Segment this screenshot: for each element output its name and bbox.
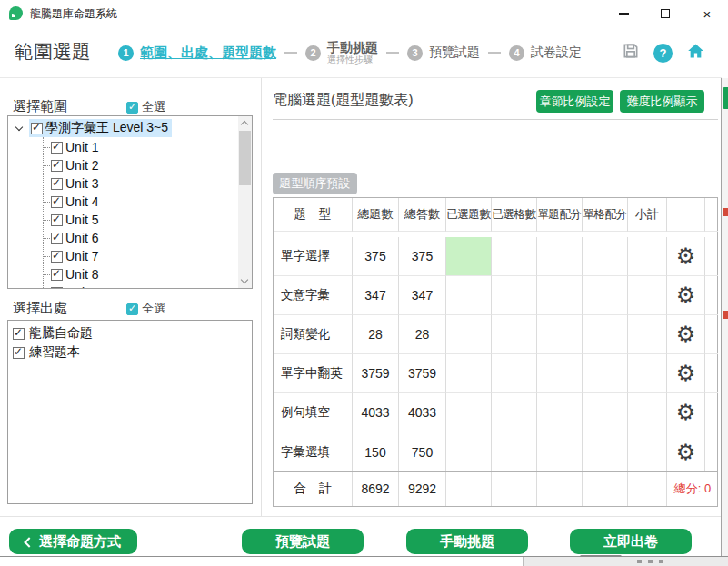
scroll-down-icon[interactable] [241, 276, 248, 283]
selected-cells-input[interactable] [492, 354, 537, 393]
close-button[interactable]: × [690, 0, 724, 27]
home-icon[interactable] [686, 42, 705, 64]
tree-root-label: 學測字彙王 Level 3~5 [45, 120, 168, 136]
tree-root-checkbox[interactable] [31, 123, 43, 134]
unit9-checkbox[interactable] [51, 287, 63, 290]
tree-item-unit4[interactable]: Unit 4 [8, 193, 99, 211]
settings-cell[interactable] [667, 432, 705, 472]
tree-item-unit2[interactable]: Unit 2 [8, 156, 99, 174]
chapter-ratio-button[interactable]: 章節比例設定 [536, 90, 613, 113]
generate-paper-button[interactable]: 立即出卷 [570, 529, 692, 554]
settings-cell[interactable] [667, 276, 705, 315]
source-select-all[interactable]: 全選 [126, 301, 165, 317]
score-per-question-input[interactable] [537, 432, 583, 472]
chevron-left-icon [24, 537, 34, 547]
selected-questions-input[interactable] [446, 315, 492, 354]
step-2-sublabel: 選擇性步驟 [327, 55, 378, 65]
end-cell [705, 432, 718, 472]
settings-cell[interactable] [667, 393, 705, 432]
tree-item-unit8[interactable]: Unit 8 [8, 265, 99, 283]
score-per-cell-input[interactable] [583, 432, 628, 472]
selected-questions-input[interactable] [446, 354, 492, 393]
score-per-cell-input[interactable] [583, 354, 628, 393]
selected-questions-input[interactable] [446, 432, 492, 472]
tree-item-unit1[interactable]: Unit 1 [8, 138, 99, 156]
tree-scrollbar[interactable] [238, 116, 252, 288]
step-2-circle[interactable]: 2 [305, 45, 321, 61]
save-icon[interactable] [622, 42, 640, 64]
tree-item-unit5[interactable]: Unit 5 [8, 211, 99, 229]
unit7-checkbox[interactable] [51, 251, 63, 263]
col-header-end [705, 198, 718, 232]
minimize-button[interactable] [606, 0, 641, 27]
step-3-circle[interactable]: 3 [407, 45, 423, 61]
gear-icon[interactable] [667, 432, 704, 472]
score-per-cell-input[interactable] [583, 237, 628, 276]
tree-root-row[interactable]: 學測字彙王 Level 3~5 [8, 119, 172, 137]
maximize-button[interactable] [648, 0, 683, 27]
back-to-method-button[interactable]: 選擇命題方式 [9, 529, 137, 554]
score-per-cell-input[interactable] [583, 393, 628, 432]
tree-root-selected[interactable]: 學測字彙王 Level 3~5 [29, 119, 172, 137]
selected-cells-input[interactable] [492, 393, 537, 432]
difficulty-ratio-button[interactable]: 難度比例顯示 [620, 90, 704, 113]
step-4-label[interactable]: 試卷設定 [531, 45, 582, 61]
unit8-checkbox[interactable] [51, 269, 63, 281]
gear-icon[interactable] [667, 354, 704, 392]
unit6-checkbox[interactable] [51, 233, 63, 244]
source-item-1[interactable]: 龍騰自命題 [8, 324, 93, 343]
source-list: 龍騰自命題 練習題本 [7, 320, 253, 504]
row-total-answers: 28 [399, 315, 446, 354]
tree-item-unit9[interactable]: Unit 9 [8, 283, 99, 289]
source-select-all-checkbox[interactable] [126, 303, 138, 315]
unit2-checkbox[interactable] [51, 160, 63, 172]
order-preset-button[interactable]: 題型順序預設 [273, 173, 357, 194]
gear-icon[interactable] [667, 393, 704, 432]
step-2[interactable]: 手動挑題 選擇性步驟 [327, 40, 378, 65]
gear-icon[interactable] [667, 315, 704, 353]
score-per-question-input[interactable] [537, 237, 583, 276]
selected-cells-input[interactable] [492, 237, 537, 276]
score-per-question-input[interactable] [537, 393, 583, 432]
score-per-cell-input[interactable] [583, 276, 628, 315]
source2-checkbox[interactable] [13, 347, 25, 359]
unit1-checkbox[interactable] [51, 142, 63, 154]
selected-cells-input[interactable] [492, 276, 537, 315]
selected-cells-input[interactable] [492, 315, 537, 354]
score-per-question-input[interactable] [537, 354, 583, 393]
selected-questions-input[interactable] [446, 237, 492, 276]
unit5-checkbox[interactable] [51, 214, 63, 226]
unit4-checkbox[interactable] [51, 196, 63, 208]
scrollbar-thumb[interactable] [239, 131, 251, 185]
tree-item-unit7[interactable]: Unit 7 [8, 247, 99, 265]
scroll-up-icon[interactable] [241, 121, 248, 128]
score-per-question-input[interactable] [537, 276, 583, 315]
range-select-all-checkbox[interactable] [126, 102, 138, 114]
source-item-2[interactable]: 練習題本 [8, 343, 80, 362]
source1-checkbox[interactable] [13, 328, 25, 340]
settings-cell[interactable] [667, 315, 705, 354]
settings-cell[interactable] [667, 237, 705, 276]
step-3-label[interactable]: 預覽試題 [429, 45, 480, 61]
chevron-down-icon[interactable] [15, 123, 23, 130]
selected-cells-input[interactable] [492, 432, 537, 472]
score-per-cell-input[interactable] [583, 315, 628, 354]
help-icon[interactable] [653, 44, 673, 63]
step-1-label[interactable]: 範圍、出處、題型題數 [140, 45, 276, 62]
score-per-question-input[interactable] [537, 315, 583, 354]
gear-icon[interactable] [667, 237, 704, 275]
step-4-circle[interactable]: 4 [509, 45, 524, 61]
settings-cell[interactable] [667, 354, 705, 393]
manual-pick-button[interactable]: 手動挑題 [406, 529, 528, 554]
step-1-circle[interactable]: 1 [118, 45, 134, 61]
range-select-all[interactable]: 全選 [126, 99, 165, 115]
gear-icon[interactable] [667, 276, 704, 314]
app-icon [9, 6, 23, 20]
tree-item-unit6[interactable]: Unit 6 [8, 229, 99, 247]
unit3-checkbox[interactable] [51, 178, 63, 190]
selected-questions-input[interactable] [446, 276, 492, 315]
preview-questions-button[interactable]: 預覽試題 [242, 529, 364, 554]
selected-questions-input[interactable] [446, 393, 492, 432]
row-total-questions: 3759 [353, 354, 399, 393]
tree-item-unit3[interactable]: Unit 3 [8, 174, 99, 193]
